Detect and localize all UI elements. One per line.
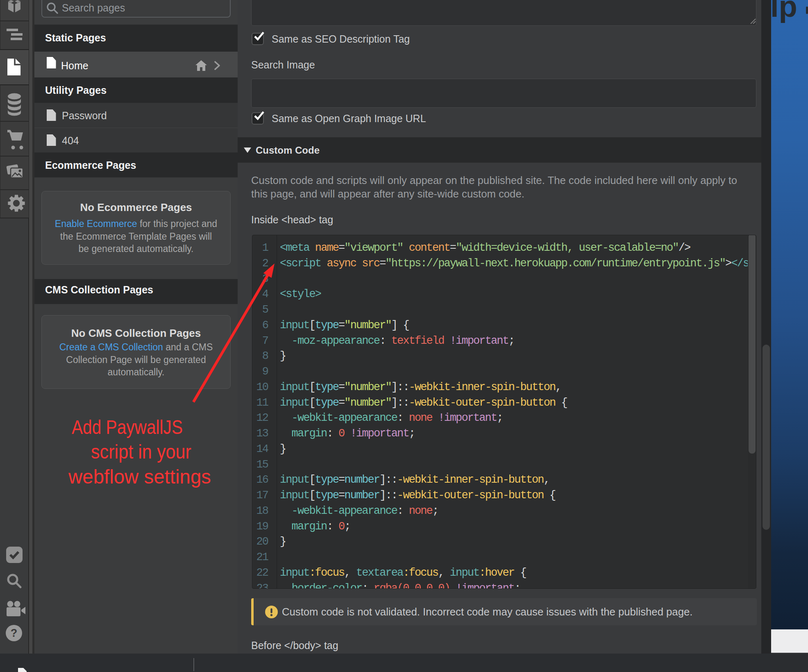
svg-text:?: ?	[11, 627, 18, 639]
